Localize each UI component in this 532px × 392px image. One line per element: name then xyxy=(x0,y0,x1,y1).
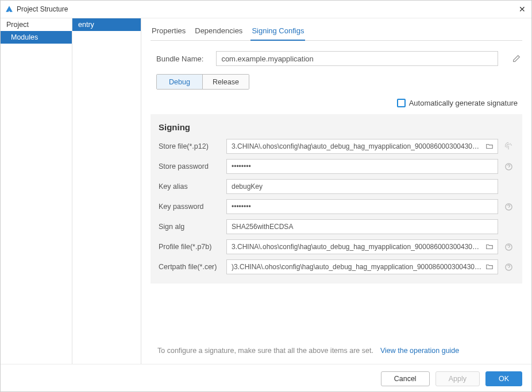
titlebar: Project Structure ✕ xyxy=(1,1,531,18)
folder-icon[interactable] xyxy=(485,142,494,150)
cancel-button[interactable]: Cancel xyxy=(381,371,430,386)
help-icon[interactable] xyxy=(503,203,514,211)
auto-signature-checkbox[interactable] xyxy=(397,99,406,107)
bundle-name-input[interactable] xyxy=(216,51,498,66)
module-list: entry xyxy=(72,18,141,364)
tab-signing-configs[interactable]: Signing Configs xyxy=(250,22,305,41)
button-bar: Cancel Apply OK xyxy=(1,364,531,392)
certpath-file-input[interactable] xyxy=(226,259,498,274)
folder-icon[interactable] xyxy=(485,263,494,271)
folder-icon[interactable] xyxy=(485,243,494,251)
certpath-file-label: Certpath file(*.cer) xyxy=(159,263,222,271)
close-icon[interactable]: ✕ xyxy=(519,5,526,14)
left-sidebar: Project Modules xyxy=(1,18,72,364)
app-logo-icon xyxy=(5,5,13,13)
key-alias-label: Key alias xyxy=(159,183,222,191)
module-entry[interactable]: entry xyxy=(72,18,141,31)
help-icon[interactable] xyxy=(503,243,514,251)
ok-button[interactable]: OK xyxy=(485,371,522,386)
sign-alg-input[interactable] xyxy=(226,219,498,234)
help-icon[interactable] xyxy=(503,263,514,271)
operation-guide-link[interactable]: View the operation guide xyxy=(380,347,459,355)
tab-bar: Properties Dependencies Signing Configs xyxy=(151,22,522,41)
edit-icon[interactable] xyxy=(511,53,522,64)
build-type-toggle: Debug Release xyxy=(156,74,249,90)
store-password-input[interactable] xyxy=(226,159,498,174)
signing-panel: Signing Store file(*.p12) Store password… xyxy=(151,114,522,284)
store-password-label: Store password xyxy=(159,162,222,170)
tab-dependencies[interactable]: Dependencies xyxy=(194,22,244,40)
nav-modules[interactable]: Modules xyxy=(1,31,72,44)
profile-file-label: Profile file(*.p7b) xyxy=(159,243,222,251)
key-password-label: Key password xyxy=(159,203,222,211)
profile-file-input[interactable] xyxy=(226,239,498,254)
store-file-label: Store file(*.p12) xyxy=(159,142,222,150)
nav-project[interactable]: Project xyxy=(1,18,72,31)
fingerprint-icon[interactable] xyxy=(503,142,514,151)
store-file-input[interactable] xyxy=(226,139,498,154)
tab-properties[interactable]: Properties xyxy=(151,22,187,40)
toggle-debug[interactable]: Debug xyxy=(157,75,203,89)
sign-alg-label: Sign alg xyxy=(159,223,222,231)
key-alias-input[interactable] xyxy=(226,179,498,194)
key-password-input[interactable] xyxy=(226,199,498,214)
footer-note-text: To configure a signature, make sure that… xyxy=(157,347,373,355)
signing-heading: Signing xyxy=(159,122,514,132)
apply-button[interactable]: Apply xyxy=(435,371,480,386)
bundle-name-label: Bundle Name: xyxy=(156,55,203,63)
window-title: Project Structure xyxy=(17,5,68,13)
help-icon[interactable] xyxy=(503,162,514,171)
auto-signature-label: Automatically generate signature xyxy=(409,99,518,107)
toggle-release[interactable]: Release xyxy=(203,75,249,89)
